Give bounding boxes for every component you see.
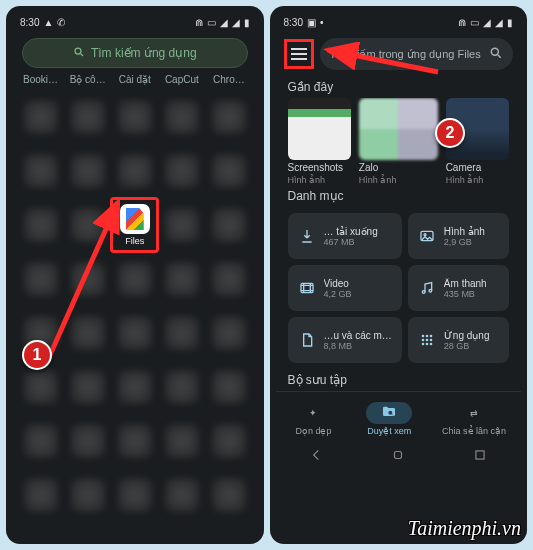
download-icon (298, 227, 316, 245)
svg-point-9 (422, 335, 425, 338)
app-icon[interactable] (206, 415, 251, 467)
cat-name: …u và các m… (324, 330, 392, 341)
app-icon[interactable] (206, 469, 251, 521)
cat-size: 28 GB (444, 341, 490, 351)
recent-card-screenshots[interactable]: Screenshots Hình ảnh (288, 98, 351, 185)
app-icon[interactable] (206, 253, 251, 305)
recent-sub: Hình ảnh (359, 175, 438, 185)
app-icon[interactable] (65, 415, 110, 467)
app-icon[interactable] (65, 307, 110, 359)
signal-icon: ◢ (232, 17, 240, 28)
app-icon[interactable] (159, 361, 204, 413)
app-icon[interactable] (112, 307, 157, 359)
svg-point-11 (430, 335, 433, 338)
app-icon[interactable] (206, 145, 251, 197)
app-icon[interactable] (206, 361, 251, 413)
cat-images[interactable]: Hình ảnh2,9 GB (408, 213, 509, 259)
doc-icon (298, 331, 316, 349)
cat-downloads[interactable]: … tải xuống467 MB (288, 213, 402, 259)
svg-point-8 (429, 289, 432, 292)
app-icon[interactable] (65, 253, 110, 305)
cat-apps[interactable]: Ứng dụng28 GB (408, 317, 509, 363)
app-icon[interactable] (159, 253, 204, 305)
app-icon[interactable] (18, 469, 63, 521)
recents-icon[interactable] (473, 448, 487, 466)
svg-point-15 (422, 343, 425, 346)
battery-icon: ▮ (244, 17, 250, 28)
app-icon[interactable] (112, 469, 157, 521)
battery-icon: ▮ (507, 17, 513, 28)
app-icon[interactable] (112, 145, 157, 197)
svg-point-14 (430, 339, 433, 342)
cat-name: Video (324, 278, 352, 289)
status-time: 8:30 (284, 17, 303, 28)
nav-label: Dọn dẹp (295, 426, 331, 436)
drawer-tab[interactable]: Cài đặt (112, 74, 157, 85)
app-icon[interactable] (65, 91, 110, 143)
app-icon[interactable] (112, 91, 157, 143)
nav-label: Chia sẻ lân cận (442, 426, 506, 436)
cat-size: 467 MB (324, 237, 378, 247)
svg-rect-21 (476, 451, 484, 459)
app-icon[interactable] (112, 253, 157, 305)
home-icon[interactable] (391, 448, 405, 466)
cat-name: Ứng dụng (444, 330, 490, 341)
app-icon[interactable] (159, 415, 204, 467)
back-icon[interactable] (309, 448, 323, 466)
cat-video[interactable]: Video4,2 GB (288, 265, 402, 311)
recent-name: Zalo (359, 162, 438, 173)
categories-title: Danh mục (276, 185, 522, 207)
files-search[interactable]: Tìm kiếm trong ứng dụng Files (320, 38, 514, 70)
signal-icon: ◢ (495, 17, 503, 28)
drawer-tab[interactable]: Chro… (206, 74, 251, 85)
app-icon[interactable] (206, 91, 251, 143)
app-icon[interactable] (18, 199, 63, 251)
svg-line-19 (392, 414, 393, 415)
drawer-tab[interactable]: Bộ cô… (65, 74, 110, 85)
files-app[interactable]: Files (112, 199, 157, 251)
status-bar: 8:30 ▲ ✆ ⋒ ▭ ◢ ◢ ▮ (12, 12, 258, 32)
files-header: Tìm kiếm trong ứng dụng Files (276, 32, 522, 76)
nfc-icon: ⋒ (458, 17, 466, 28)
nav-share[interactable]: ⇄ Chia sẻ lân cận (442, 402, 506, 436)
cat-size: 8,8 MB (324, 341, 392, 351)
app-icon[interactable] (159, 91, 204, 143)
image-icon: ▣ (307, 17, 316, 28)
app-icon[interactable] (65, 469, 110, 521)
app-icon[interactable] (65, 361, 110, 413)
nav-browse[interactable]: Duyệt xem (366, 402, 412, 436)
app-icon[interactable] (65, 145, 110, 197)
cat-audio[interactable]: Âm thanh435 MB (408, 265, 509, 311)
svg-point-12 (422, 339, 425, 342)
app-icon[interactable] (112, 361, 157, 413)
recent-name: Camera (446, 162, 509, 173)
app-icon[interactable] (18, 91, 63, 143)
app-icon[interactable] (18, 253, 63, 305)
vibrate-icon: ▭ (207, 17, 216, 28)
nav-clean[interactable]: ✦ Dọn dẹp (290, 402, 336, 436)
app-drawer-search[interactable]: Tìm kiếm ứng dụng (22, 38, 248, 68)
app-icon[interactable] (159, 469, 204, 521)
app-icon[interactable] (159, 199, 204, 251)
app-icon[interactable] (159, 145, 204, 197)
menu-button[interactable] (284, 39, 314, 69)
app-icon[interactable] (206, 199, 251, 251)
drawer-tab[interactable]: Booki… (18, 74, 63, 85)
drawer-tab[interactable]: CapCut (159, 74, 204, 85)
image-icon (418, 227, 436, 245)
app-icon[interactable] (65, 199, 110, 251)
app-icon[interactable] (112, 415, 157, 467)
hamburger-icon (291, 48, 307, 60)
callout-highlight: Files (110, 197, 159, 253)
app-icon[interactable] (18, 145, 63, 197)
svg-rect-20 (395, 452, 402, 459)
cat-name: … tải xuống (324, 226, 378, 237)
audio-icon (418, 279, 436, 297)
app-icon[interactable] (159, 307, 204, 359)
cat-documents[interactable]: …u và các m…8,8 MB (288, 317, 402, 363)
recent-card-zalo[interactable]: Zalo Hình ảnh (359, 98, 438, 185)
app-icon[interactable] (18, 415, 63, 467)
bottom-nav: ✦ Dọn dẹp Duyệt xem ⇄ Chia sẻ lân cận (276, 391, 522, 445)
app-icon[interactable] (206, 307, 251, 359)
folder-icon (381, 404, 397, 422)
